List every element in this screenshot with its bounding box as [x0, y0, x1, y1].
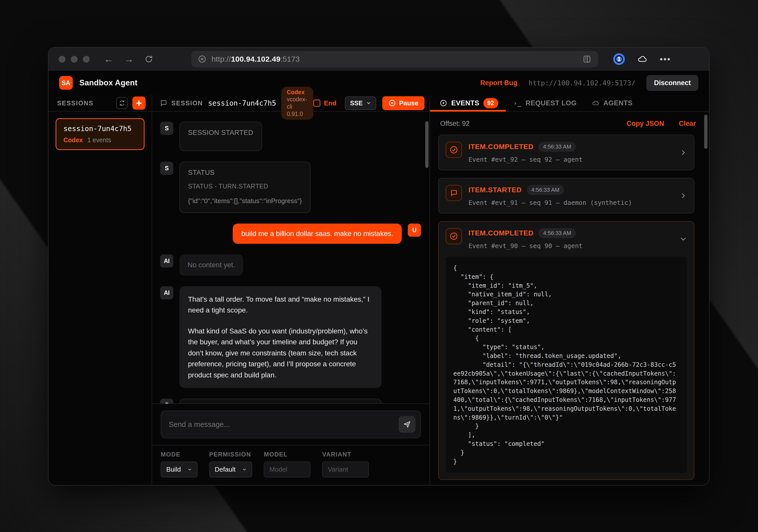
ai-avatar: AI — [160, 254, 173, 268]
session-agent: Codex — [63, 136, 83, 144]
chevron-down-icon — [242, 467, 247, 472]
terminal-icon: ›_ — [513, 99, 522, 107]
message-input[interactable] — [169, 420, 399, 429]
event-card-expanded[interactable]: ITEM.COMPLETED 4:56:33 AM Event #evt_90 … — [438, 221, 694, 480]
message-bubble: build me a billion dollar saas. make no … — [233, 223, 402, 244]
browser-window: ← → http://100.94.102.49:5173 — [48, 47, 709, 485]
clear-button[interactable]: Clear — [679, 120, 696, 128]
system-avatar: S — [160, 399, 173, 403]
end-toggle[interactable]: End — [313, 99, 336, 107]
report-bug-link[interactable]: Report Bug — [480, 79, 517, 87]
refresh-icon — [119, 100, 125, 106]
app-header: SA Sandbox Agent Report Bug http://100.9… — [49, 71, 709, 95]
session-panel: SESSION session-7un4c7h5 Codex vcodex-cl… — [152, 95, 430, 485]
password-manager-icon[interactable]: 1 — [613, 53, 625, 65]
message-list[interactable]: S SESSION STARTED S STATUS STATUS - TURN… — [152, 112, 430, 403]
cloud-icon — [592, 99, 599, 107]
url-text: http://100.94.102.49:5173 — [212, 55, 300, 63]
variant-input[interactable] — [322, 461, 369, 478]
disconnect-button[interactable]: Disconnect — [646, 75, 698, 91]
chevron-down-icon — [680, 235, 687, 243]
model-label: MODEL — [264, 451, 311, 458]
events-scrollbar[interactable] — [704, 115, 707, 149]
model-input[interactable] — [264, 461, 311, 478]
end-label: End — [324, 99, 336, 107]
forward-button[interactable]: → — [124, 54, 134, 64]
check-circle-icon — [446, 228, 462, 244]
event-meta: Event #evt_91 — seq 91 — daemon (synthet… — [468, 199, 676, 206]
session-event-count: 1 events — [87, 136, 111, 144]
tab-events[interactable]: EVENTS 92 — [430, 95, 506, 111]
minimize-window-button[interactable] — [71, 56, 78, 63]
variant-label: VARIANT — [322, 451, 369, 458]
system-message: S STATUS STATUS - TURN.STARTED {"id":"0"… — [160, 162, 421, 213]
transport-select[interactable]: SSE — [345, 96, 376, 110]
permission-label: PERMISSION — [209, 451, 252, 458]
event-type: ITEM.COMPLETED — [468, 229, 534, 237]
message-bubble: STATUS STATUS - TURN.STARTED {"id":"0","… — [179, 162, 311, 213]
mode-label: MODE — [161, 451, 197, 458]
event-card[interactable]: ITEM.COMPLETED 4:56:33 AM Event #evt_92 … — [438, 135, 694, 170]
events-panel: EVENTS 92 ›_ REQUEST LOG AGENTS — [430, 95, 709, 485]
message-bubble: SESSION STARTED — [179, 122, 262, 151]
pause-button[interactable]: Pause — [382, 96, 425, 110]
session-name: session-7un4c7h5 — [63, 124, 137, 133]
browser-menu-icon[interactable]: ••• — [660, 54, 671, 64]
system-avatar: S — [160, 122, 173, 135]
ai-message: AI That’s a tall order. To move fast and… — [160, 286, 421, 388]
play-circle-icon — [440, 99, 447, 107]
tab-agents[interactable]: AGENTS — [584, 95, 640, 111]
cloud-icon[interactable] — [637, 54, 648, 64]
send-button[interactable] — [399, 416, 415, 433]
session-header-label: SESSION — [171, 100, 203, 107]
send-icon — [403, 420, 411, 428]
refresh-sessions-button[interactable] — [116, 97, 128, 109]
chevron-right-icon — [680, 192, 687, 199]
end-checkbox[interactable] — [313, 100, 320, 107]
check-circle-icon — [446, 142, 462, 158]
back-button[interactable]: ← — [104, 54, 114, 64]
sessions-sidebar: SESSIONS + session-7un4c7h5 Codex 1 even… — [49, 95, 152, 485]
event-payload: { "item": { "item_id": "itm_5", "native_… — [446, 257, 687, 473]
event-time: 4:56:33 AM — [527, 185, 564, 195]
browser-chrome: ← → http://100.94.102.49:5173 — [49, 48, 709, 71]
event-meta: Event #evt_90 — seq 90 — agent — [468, 242, 676, 249]
session-icon — [160, 99, 167, 107]
chevron-down-icon — [188, 467, 192, 472]
reload-button[interactable] — [144, 54, 154, 64]
app-logo: SA — [59, 76, 73, 90]
session-header-name: session-7un4c7h5 — [208, 99, 276, 107]
events-count-badge: 92 — [483, 98, 498, 108]
session-list-item[interactable]: session-7un4c7h5 Codex 1 events — [55, 118, 145, 150]
message-bubble: No content yet. — [179, 254, 243, 276]
chevron-down-icon — [366, 101, 371, 106]
event-payload-json: { "item": { "item_id": "itm_5", "native_… — [453, 264, 679, 466]
pause-icon — [388, 99, 396, 107]
event-list[interactable]: ITEM.COMPLETED 4:56:33 AM Event #evt_92 … — [430, 135, 709, 485]
link-icon — [198, 55, 206, 63]
sidebar-toggle-icon[interactable] — [582, 54, 592, 64]
event-type: ITEM.STARTED — [468, 186, 522, 194]
chevron-right-icon — [680, 149, 687, 156]
zoom-window-button[interactable] — [83, 56, 90, 63]
system-avatar: S — [160, 162, 173, 175]
event-card[interactable]: ITEM.STARTED 4:56:33 AM Event #evt_91 — … — [438, 178, 694, 214]
close-window-button[interactable] — [59, 56, 65, 63]
chat-scrollbar[interactable] — [425, 121, 429, 168]
offset-label: Offset: 92 — [440, 120, 470, 128]
events-tabs: EVENTS 92 ›_ REQUEST LOG AGENTS — [430, 95, 709, 112]
composer — [152, 403, 430, 445]
tab-request-log[interactable]: ›_ REQUEST LOG — [506, 95, 584, 111]
connected-url: http://100.94.102.49:5173/ — [529, 79, 636, 87]
mode-select[interactable]: Build — [161, 461, 197, 478]
message-bubble: STATUS STATUS - THREAD.TOKEN_USAGE.UPDAT… — [179, 399, 382, 403]
system-message: S STATUS STATUS - THREAD.TOKEN_USAGE.UPD… — [160, 399, 421, 403]
reload-icon — [144, 54, 154, 64]
address-bar[interactable]: http://100.94.102.49:5173 — [191, 51, 598, 67]
permission-select[interactable]: Default — [209, 461, 252, 478]
traffic-lights[interactable] — [59, 56, 90, 63]
copy-json-button[interactable]: Copy JSON — [627, 120, 664, 128]
new-session-button[interactable]: + — [132, 96, 146, 110]
message-bubble: That’s a tall order. To move fast and “m… — [179, 286, 382, 388]
session-controls: MODE Build PERMISSION Default — [152, 445, 430, 485]
